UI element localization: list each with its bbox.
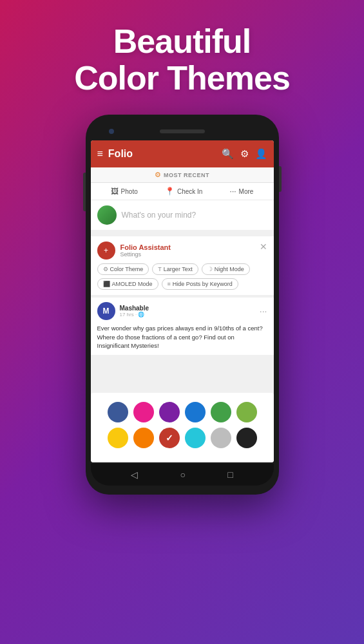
color-row-2: ✓: [100, 428, 265, 448]
checkin-icon: 📍: [165, 187, 175, 196]
hide-posts-icon: ≡: [168, 281, 171, 287]
app-title: Folio: [108, 148, 222, 160]
assistant-subtitle: Settings: [120, 251, 267, 258]
photo-label: Photo: [121, 188, 138, 195]
header-title: BeautifulColor Themes: [74, 23, 290, 97]
settings-icon[interactable]: ⚙: [240, 148, 249, 160]
color-red[interactable]: ✓: [159, 428, 180, 448]
color-yellow[interactable]: [108, 428, 128, 448]
color-gray[interactable]: [211, 428, 231, 448]
post-info: Mashable 17 hrs · 🌐: [120, 305, 260, 317]
checkin-action[interactable]: 📍 Check In: [165, 187, 202, 196]
color-black[interactable]: [236, 428, 257, 448]
color-orange[interactable]: [133, 428, 154, 448]
chip-color-theme-label: Color Theme: [110, 266, 144, 272]
chip-larger-text[interactable]: T Larger Text: [152, 263, 198, 275]
color-row-1: [100, 402, 265, 422]
phone-shell: ≡ Folio 🔍 ⚙ 👤 ⚙ Most Recent 🖼 Photo 📍 Ch…: [86, 115, 279, 495]
phone-top-bar: [91, 122, 274, 140]
account-icon[interactable]: 👤: [255, 148, 267, 160]
home-button[interactable]: ○: [180, 469, 186, 480]
post-author: Mashable: [120, 305, 260, 312]
chip-hide-posts[interactable]: ≡ Hide Posts by Keyword: [162, 278, 238, 290]
chip-larger-text-label: Larger Text: [164, 266, 193, 272]
night-mode-icon: ☽: [207, 266, 213, 272]
photo-action[interactable]: 🖼 Photo: [111, 187, 138, 196]
promo-header: BeautifulColor Themes: [74, 12, 290, 108]
chips-container: ⚙ Color Theme T Larger Text ☽ Night Mode…: [91, 263, 274, 295]
color-teal[interactable]: [185, 428, 206, 448]
assistant-icon-circle: +: [97, 242, 115, 260]
more-label: More: [239, 188, 254, 195]
phone-speaker: [160, 129, 205, 133]
app-bar-icons: 🔍 ⚙ 👤: [222, 148, 267, 160]
post-avatar: M: [97, 302, 115, 320]
compose-placeholder[interactable]: What's on your mind?: [122, 211, 196, 220]
color-purple[interactable]: [159, 402, 180, 422]
recent-apps-button[interactable]: □: [227, 469, 233, 480]
color-light-green[interactable]: [236, 402, 257, 422]
photo-icon: 🖼: [111, 187, 119, 196]
assistant-icon: +: [104, 246, 108, 255]
search-icon[interactable]: 🔍: [222, 148, 234, 160]
phone-camera: [109, 129, 114, 134]
most-recent-label: Most Recent: [164, 172, 209, 178]
post-text: Ever wonder why gas prices always end in…: [91, 323, 274, 355]
color-blue[interactable]: [108, 402, 128, 422]
assistant-card: + Folio Assistant Settings ✕ ⚙ Color The…: [91, 236, 274, 298]
more-icon: ···: [230, 187, 236, 196]
post-card: M Mashable 17 hrs · 🌐 ··· Ever wonder wh…: [91, 298, 274, 355]
chip-amoled-label: AMOLED Mode: [112, 281, 153, 287]
assistant-close-button[interactable]: ✕: [260, 242, 267, 252]
most-recent-bar[interactable]: ⚙ Most Recent: [91, 167, 274, 183]
post-header: M Mashable 17 hrs · 🌐 ···: [91, 298, 274, 323]
chip-night-mode[interactable]: ☽ Night Mode: [202, 263, 250, 275]
color-picker-panel: ✓: [91, 393, 274, 462]
most-recent-icon: ⚙: [155, 171, 161, 179]
chip-color-theme[interactable]: ⚙ Color Theme: [97, 263, 149, 275]
assistant-name: Folio Assistant: [120, 243, 267, 251]
selected-check-icon: ✓: [166, 433, 173, 443]
compose-bar[interactable]: What's on your mind?: [91, 200, 274, 232]
checkin-label: Check In: [177, 188, 202, 195]
chip-hide-posts-label: Hide Posts by Keyword: [173, 281, 233, 287]
more-action[interactable]: ··· More: [230, 187, 254, 196]
chip-amoled-mode[interactable]: ⬛ AMOLED Mode: [97, 278, 158, 290]
hamburger-icon[interactable]: ≡: [97, 148, 103, 160]
color-theme-icon: ⚙: [103, 266, 108, 272]
post-actions-bar: 🖼 Photo 📍 Check In ··· More: [91, 183, 274, 200]
color-green[interactable]: [211, 402, 231, 422]
post-meta: 17 hrs · 🌐: [120, 312, 260, 317]
chip-night-mode-label: Night Mode: [215, 266, 244, 272]
color-pink[interactable]: [133, 402, 154, 422]
phone-bottom-bar: ◁ ○ □: [91, 464, 274, 486]
user-avatar: [97, 205, 117, 225]
larger-text-icon: T: [158, 266, 162, 272]
assistant-info: Folio Assistant Settings: [120, 243, 267, 258]
post-more-button[interactable]: ···: [260, 306, 267, 316]
amoled-icon: ⬛: [103, 281, 110, 287]
assistant-header: + Folio Assistant Settings ✕: [91, 236, 274, 263]
app-bar: ≡ Folio 🔍 ⚙ 👤: [91, 140, 274, 167]
color-light-blue[interactable]: [185, 402, 206, 422]
back-button[interactable]: ◁: [131, 469, 138, 480]
phone-screen: ≡ Folio 🔍 ⚙ 👤 ⚙ Most Recent 🖼 Photo 📍 Ch…: [91, 140, 274, 462]
